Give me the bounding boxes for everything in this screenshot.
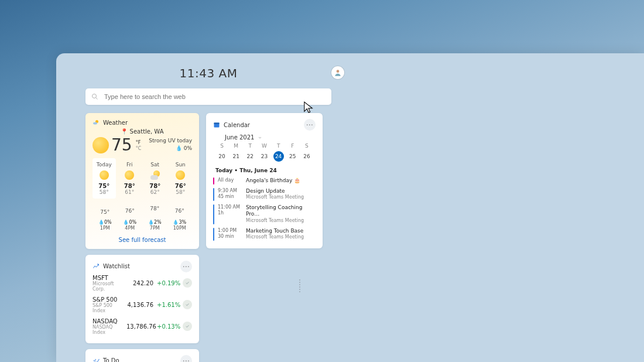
forecast-day[interactable]: Sat 78°62°	[143, 158, 167, 199]
cursor-icon	[303, 101, 314, 116]
dow-label: T	[245, 143, 255, 149]
hourly-temp: 76°	[125, 208, 135, 214]
current-temp: 75	[111, 137, 132, 153]
month-picker[interactable]: June 2021	[225, 134, 316, 141]
forecast-day[interactable]: Fri 78°61°	[118, 158, 142, 199]
watchlist-row[interactable]: NASDAQNASDAQ Index 13,786.76 +0.13%	[93, 316, 192, 337]
uv-note: Strong UV today 💧 0%	[149, 137, 192, 152]
calendar-event[interactable]: All day Angela's Birthday 🎂	[213, 176, 316, 186]
search-icon	[91, 93, 98, 100]
calendar-widget[interactable]: Calendar ⋯ June 2021 SMTWTFS 20212223242…	[206, 113, 323, 248]
forecast-day[interactable]: Today 75°58°	[93, 158, 116, 199]
check-chip-icon[interactable]	[183, 322, 192, 331]
hourly-pop: 💧2%7PM	[148, 220, 162, 232]
hourly-pop: 💧3%10PM	[173, 220, 186, 232]
user-avatar[interactable]	[331, 66, 344, 79]
drag-handle-icon[interactable]	[299, 279, 300, 292]
dow-label: S	[302, 143, 312, 149]
calendar-event[interactable]: 1:00 PM30 min Marketing Touch BaseMicros…	[213, 226, 316, 243]
hourly-pop: 💧0%1PM	[98, 220, 112, 232]
forecast-day[interactable]: Sun 76°58°	[169, 158, 193, 199]
calendar-date[interactable]: 22	[245, 151, 255, 162]
weather-location: 📍 Seattle, WA	[93, 128, 192, 135]
calendar-date[interactable]: 23	[259, 151, 269, 162]
calendar-date[interactable]: 25	[287, 151, 298, 162]
forecast-link[interactable]: See full forecast	[93, 237, 192, 243]
watchlist-row[interactable]: S&P 500S&P 500 Index 4,136.76 +1.61%	[93, 294, 192, 316]
chevron-down-icon	[258, 135, 262, 140]
calendar-today-label: Today • Thu, June 24	[215, 168, 316, 173]
watchlist-title: Watchlist	[103, 263, 130, 269]
header-row: 11:43 AM	[68, 60, 349, 86]
check-chip-icon[interactable]	[183, 300, 192, 309]
watchlist-row[interactable]: MSFTMicrosoft Corp. 242.20 +0.19%	[93, 272, 192, 294]
svg-line-2	[96, 98, 98, 100]
watchlist-more[interactable]: ⋯	[180, 261, 192, 272]
clock: 11:43 AM	[180, 66, 238, 80]
calendar-event[interactable]: 9:30 AM45 min Design UpdateMicrosoft Tea…	[213, 186, 316, 203]
dow-label: S	[217, 143, 227, 149]
check-chip-icon[interactable]	[183, 278, 192, 288]
check-icon	[93, 357, 100, 362]
unit-toggle[interactable]: °F °C	[136, 140, 142, 151]
svg-point-1	[93, 94, 97, 98]
search-input[interactable]	[103, 93, 326, 101]
calendar-more[interactable]: ⋯	[304, 119, 316, 131]
calendar-icon	[213, 121, 220, 128]
hourly-temp: 78°	[150, 206, 159, 211]
hourly-temp: 75°	[100, 209, 109, 215]
dow-label: M	[231, 143, 241, 149]
calendar-date[interactable]: 24	[273, 151, 284, 162]
svg-point-0	[337, 70, 340, 73]
dow-label: F	[287, 143, 298, 149]
calendar-title: Calendar	[224, 122, 250, 128]
todo-widget[interactable]: To Do ⋯ My Day	[85, 349, 199, 362]
svg-rect-15	[214, 123, 220, 124]
chart-icon	[93, 263, 100, 270]
desktop: 11:43 AM Weather 📍 Seattle, WA	[56, 53, 644, 362]
hourly-temp: 76°	[175, 208, 184, 214]
todo-more[interactable]: ⋯	[180, 355, 192, 362]
sun-icon	[93, 137, 109, 153]
weather-title: Weather	[103, 119, 128, 126]
dow-label: T	[273, 143, 284, 149]
watchlist-widget[interactable]: Watchlist ⋯ MSFTMicrosoft Corp. 242.20 +…	[85, 255, 199, 343]
weather-widget[interactable]: Weather 📍 Seattle, WA 75 °F °C	[85, 113, 199, 249]
todo-title: To Do	[103, 357, 119, 362]
search-box[interactable]	[85, 88, 331, 105]
svg-point-4	[93, 122, 97, 125]
calendar-date[interactable]: 21	[231, 151, 241, 162]
hourly-pop: 💧0%4PM	[123, 220, 136, 232]
weather-icon	[93, 119, 100, 126]
calendar-event[interactable]: 11:00 AM1h Storytelling Coaching Pro…Mic…	[213, 203, 316, 226]
dow-label: W	[259, 143, 269, 149]
calendar-date[interactable]: 26	[302, 151, 312, 162]
calendar-date[interactable]: 20	[217, 151, 227, 162]
